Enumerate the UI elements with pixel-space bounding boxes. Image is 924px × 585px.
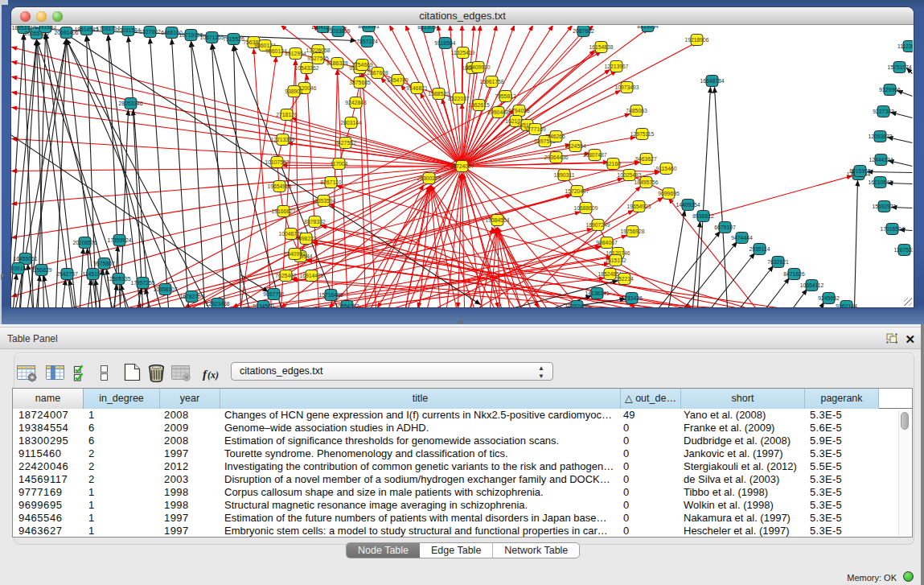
svg-text:16154838: 16154838	[589, 44, 613, 50]
svg-text:117004: 117004	[330, 161, 347, 167]
svg-text:16648784: 16648784	[700, 78, 724, 84]
svg-text:8912954: 8912954	[285, 51, 306, 56]
svg-text:9134560: 9134560	[253, 303, 274, 307]
svg-text:9118504: 9118504	[435, 40, 456, 46]
svg-text:7857224: 7857224	[356, 39, 378, 44]
svg-text:15720407: 15720407	[565, 188, 589, 194]
svg-text:11123059: 11123059	[897, 43, 913, 49]
svg-text:7485063: 7485063	[626, 108, 647, 113]
svg-text:9146821: 9146821	[406, 85, 428, 91]
svg-text:3824554: 3824554	[565, 143, 586, 149]
svg-text:17957255: 17957255	[130, 280, 154, 286]
svg-text:9084067: 9084067	[596, 240, 618, 245]
svg-text:16210643: 16210643	[868, 179, 892, 185]
svg-text:10807487: 10807487	[582, 152, 606, 158]
svg-text:20206576: 20206576	[72, 240, 97, 245]
svg-text:19384554: 19384554	[485, 217, 509, 223]
svg-text:16033809: 16033809	[326, 28, 350, 34]
svg-text:10671355: 10671355	[199, 35, 224, 40]
svg-text:25300275: 25300275	[417, 175, 441, 181]
svg-text:252214: 252214	[615, 276, 634, 282]
svg-text:19166827: 19166827	[271, 208, 295, 214]
svg-text:10973493: 10973493	[614, 84, 639, 90]
svg-text:28053346: 28053346	[118, 101, 142, 106]
svg-text:10543362: 10543362	[294, 65, 318, 71]
svg-text:8813054: 8813054	[417, 26, 439, 30]
svg-text:16455061: 16455061	[13, 256, 37, 262]
svg-text:8267110: 8267110	[321, 179, 342, 185]
svg-text:1145194: 1145194	[83, 271, 104, 277]
svg-text:13226058: 13226058	[306, 47, 330, 53]
svg-text:2942757: 2942757	[56, 271, 78, 277]
svg-text:18724007: 18724007	[450, 163, 474, 169]
svg-text:15692971: 15692971	[872, 204, 896, 209]
svg-text:12093873: 12093873	[868, 134, 892, 139]
svg-text:7955812: 7955812	[495, 93, 516, 99]
svg-text:9242848: 9242848	[345, 100, 367, 105]
svg-text:16782759: 16782759	[179, 294, 203, 299]
svg-text:8939114: 8939114	[11, 266, 29, 271]
svg-text:9860124: 9860124	[265, 48, 287, 54]
svg-text:10025483: 10025483	[617, 172, 641, 178]
svg-text:3875685: 3875685	[349, 80, 371, 85]
svg-text:19654923: 19654923	[626, 204, 651, 209]
svg-text:8878332: 8878332	[304, 219, 326, 225]
svg-text:7515526: 7515526	[223, 36, 244, 42]
svg-text:10688609: 10688609	[573, 205, 598, 211]
svg-text:9975867: 9975867	[93, 261, 115, 266]
svg-text:14136141: 14136141	[585, 290, 609, 296]
svg-text:1733426: 1733426	[621, 295, 643, 301]
svg-text:19756928: 19756928	[620, 229, 644, 234]
svg-text:12213967: 12213967	[604, 64, 628, 69]
svg-text:2718126: 2718126	[276, 112, 298, 117]
svg-text:12213389: 12213389	[270, 137, 294, 142]
svg-text:2754669: 2754669	[351, 62, 373, 68]
svg-text:7625402: 7625402	[275, 273, 297, 278]
svg-text:20364436: 20364436	[544, 154, 568, 160]
svg-text:17359924: 17359924	[107, 237, 131, 243]
svg-text:8938812: 8938812	[692, 213, 714, 219]
svg-text:18907249: 18907249	[585, 222, 610, 228]
svg-text:20031584: 20031584	[116, 27, 140, 33]
svg-text:1167533: 1167533	[894, 247, 913, 253]
svg-text:2867608: 2867608	[367, 70, 388, 76]
svg-text:10654112: 10654112	[800, 282, 824, 288]
svg-text:10958107: 10958107	[153, 286, 177, 292]
svg-text:12975115: 12975115	[630, 131, 655, 137]
svg-text:62160: 62160	[606, 161, 621, 167]
svg-text:4498222: 4498222	[295, 236, 317, 241]
svg-text:8215955: 8215955	[849, 168, 871, 174]
svg-text:9362144: 9362144	[836, 303, 857, 307]
svg-text:8186328: 8186328	[326, 60, 348, 66]
svg-text:10107552: 10107552	[265, 159, 289, 165]
svg-text:(x): (x)	[207, 369, 219, 381]
svg-text:9245652: 9245652	[818, 295, 840, 301]
svg-text:8813054: 8813054	[637, 26, 659, 29]
svg-text:2935114: 2935114	[749, 246, 770, 252]
svg-text:15409910: 15409910	[466, 64, 490, 70]
svg-text:18614545: 18614545	[74, 27, 98, 32]
svg-text:9657791: 9657791	[263, 291, 285, 297]
svg-text:14409354: 14409354	[676, 202, 700, 208]
svg-text:10554392: 10554392	[335, 303, 359, 307]
svg-text:9527505: 9527505	[307, 56, 329, 61]
svg-text:8471626: 8471626	[783, 271, 805, 277]
svg-text:19218906: 19218906	[684, 37, 708, 43]
svg-text:1156829: 1156829	[31, 267, 52, 273]
svg-text:11325419: 11325419	[451, 50, 475, 56]
svg-text:6794028: 6794028	[508, 108, 530, 113]
svg-text:12444134: 12444134	[869, 157, 893, 163]
svg-text:1540991: 1540991	[284, 251, 306, 257]
svg-text:9115460: 9115460	[656, 166, 677, 171]
svg-text:11353594: 11353594	[312, 198, 336, 204]
svg-text:8454749: 8454749	[387, 77, 409, 83]
svg-text:1362615: 1362615	[468, 102, 490, 108]
svg-text:9474444: 9474444	[731, 235, 753, 241]
svg-text:9227343: 9227343	[873, 109, 894, 114]
svg-text:16961758: 16961758	[479, 79, 503, 84]
svg-text:12505135: 12505135	[106, 276, 130, 282]
svg-text:6679197: 6679197	[714, 225, 736, 230]
svg-text:1588520: 1588520	[428, 91, 450, 97]
svg-text:12923468: 12923468	[205, 301, 229, 307]
svg-text:8663041: 8663041	[358, 26, 380, 29]
